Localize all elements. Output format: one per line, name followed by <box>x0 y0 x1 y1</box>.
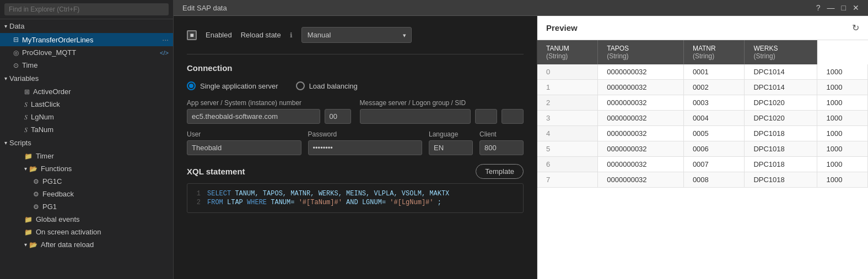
cell-matnr: DPC1020 <box>745 111 817 126</box>
sidebar-item-label: Feedback <box>42 190 74 198</box>
sidebar-item-label: On screen activation <box>36 228 101 236</box>
sidebar-item-time[interactable]: ⊙ Time <box>0 59 173 72</box>
sidebar-item-feedback[interactable]: ⚙ Feedback <box>0 188 173 200</box>
logon-group-input[interactable] <box>475 109 497 124</box>
row-index: 7 <box>537 172 598 188</box>
sidebar-item-label: LgNum <box>31 113 54 121</box>
sidebar-item-on-screen[interactable]: 📁 On screen activation <box>0 226 173 238</box>
sid-input[interactable] <box>502 109 524 124</box>
section-scripts-header[interactable]: ▾ Scripts <box>0 136 173 150</box>
table-body: 0 0000000032 0001 DPC1014 1000 1 0000000… <box>537 64 868 188</box>
col-header-matnr: MATNR (String) <box>683 40 745 64</box>
load-balancing-radio[interactable]: Load balancing <box>296 81 358 90</box>
table-row: 4 0000000032 0005 DPC1018 1000 <box>537 126 868 141</box>
folder-open-icon: 📂 <box>29 165 37 173</box>
app-server-label: App server / System (instance) number <box>187 99 351 107</box>
enabled-checkbox[interactable] <box>187 30 197 40</box>
code-text: TANUM= <box>271 199 294 206</box>
refresh-button[interactable]: ↻ <box>852 23 859 33</box>
single-server-radio[interactable]: Single application server <box>187 81 278 90</box>
gear-icon: ⚙ <box>33 203 39 211</box>
help-button[interactable]: ? <box>816 3 821 12</box>
preview-title: Preview <box>546 23 578 32</box>
client-input[interactable] <box>479 140 524 155</box>
sidebar-item-label: TaNum <box>31 125 53 134</box>
info-icon[interactable]: ℹ <box>290 31 293 39</box>
chevron-down-icon: ▾ <box>24 166 27 172</box>
maximize-button[interactable]: □ <box>842 3 846 12</box>
table-row: 3 0000000032 0004 DPC1020 1000 <box>537 111 868 126</box>
cell-werks: 1000 <box>817 157 868 172</box>
sidebar-item-my-transfer[interactable]: ⊟ MyTransferOrderLines ··· <box>0 33 173 46</box>
cell-tapos: 0001 <box>683 64 745 80</box>
code-editor[interactable]: 1 SELECT TANUM, TAPOS, MATNR, WERKS, MEI… <box>187 183 524 213</box>
sidebar-item-timer[interactable]: 📁 Timer <box>0 150 173 162</box>
reload-state-select[interactable]: Manual Automatic On demand <box>301 27 412 43</box>
more-options-icon[interactable]: ··· <box>162 35 169 44</box>
sidebar-item-last-click[interactable]: 𝑆 LastClick <box>0 98 173 111</box>
cell-tanum: 0000000032 <box>598 141 684 157</box>
xql-header: XQL statement Template <box>187 164 524 179</box>
sidebar-item-label: Timer <box>36 152 54 160</box>
section-variables-label: Variables <box>9 74 39 83</box>
message-server-input[interactable] <box>360 109 471 124</box>
cell-matnr: DPC1018 <box>745 126 817 141</box>
user-input[interactable] <box>187 140 301 155</box>
template-button[interactable]: Template <box>476 164 524 179</box>
sidebar-item-label: PG1 <box>42 203 57 211</box>
code-text: LTAP <box>227 199 247 206</box>
code-content: FROM LTAP WHERE TANUM= '#[TaNum]#' AND L… <box>207 199 523 206</box>
radio-icon <box>187 81 196 90</box>
col-header-tanum: TANUM (String) <box>537 40 598 64</box>
cell-tanum: 0000000032 <box>598 126 684 141</box>
sidebar-item-active-order[interactable]: ⊞ ActiveOrder <box>0 85 173 98</box>
sidebar-item-pg1c[interactable]: ⚙ PG1C <box>0 175 173 188</box>
close-button[interactable]: ✕ <box>853 3 859 12</box>
instance-number-input[interactable] <box>325 109 351 124</box>
credentials-row: User Password Language Client <box>187 130 524 155</box>
gear-icon: ⚙ <box>33 178 39 185</box>
row-index: 4 <box>537 126 598 141</box>
sidebar-item-functions[interactable]: ▾ 📂 Functions <box>0 162 173 175</box>
enabled-reload-row: Enabled Reload state ℹ Manual Automatic … <box>187 27 524 43</box>
keyword: FROM <box>207 199 223 206</box>
preview-table: TANUM (String) TAPOS (String) MATNR (Str… <box>537 40 868 188</box>
user-label: User <box>187 130 301 138</box>
section-data-label: Data <box>9 22 24 30</box>
row-index: 1 <box>537 80 598 95</box>
sidebar-item-label: Time <box>22 61 37 69</box>
clock-icon: ⊙ <box>13 62 19 69</box>
connection-section: Connection Single application server Loa… <box>187 63 524 155</box>
section-data-header[interactable]: ▾ Data <box>0 19 173 33</box>
cell-tanum: 0000000032 <box>598 95 684 111</box>
cell-tapos: 0005 <box>683 126 745 141</box>
content-area: Enabled Reload state ℹ Manual Automatic … <box>174 16 868 279</box>
table-header: TANUM (String) TAPOS (String) MATNR (Str… <box>537 40 868 64</box>
sidebar-item-proglove[interactable]: ◎ ProGlove_MQTT </> <box>0 46 173 59</box>
password-label: Password <box>308 130 423 138</box>
sidebar-item-label: After data reload <box>41 240 94 249</box>
search-bar[interactable] <box>0 0 173 19</box>
app-server-input[interactable] <box>187 109 320 124</box>
divider <box>187 54 524 54</box>
sidebar-item-after-data[interactable]: ▾ 📂 After data reload <box>0 238 173 251</box>
password-input[interactable] <box>308 140 423 155</box>
sidebar-item-lg-num[interactable]: 𝑆 LgNum <box>0 111 173 123</box>
window-controls: ? — □ ✕ <box>816 3 859 12</box>
radio-icon <box>296 81 305 90</box>
cell-tanum: 0000000032 <box>598 157 684 172</box>
cell-matnr: DPC1014 <box>745 80 817 95</box>
language-label: Language <box>429 130 473 138</box>
xql-section: XQL statement Template 1 SELECT TANUM, T… <box>187 164 524 213</box>
cell-matnr: DPC1014 <box>745 64 817 80</box>
search-input[interactable] <box>4 3 169 15</box>
sidebar-item-global-events[interactable]: 📁 Global events <box>0 213 173 226</box>
cell-werks: 1000 <box>817 80 868 95</box>
sidebar-item-pg1[interactable]: ⚙ PG1 <box>0 200 173 213</box>
message-server-label: Message server / Logon group / SID <box>360 99 524 107</box>
sidebar-item-ta-num[interactable]: 𝑆 TaNum <box>0 123 173 136</box>
minimize-button[interactable]: — <box>827 3 835 12</box>
sidebar-item-label: Global events <box>36 215 80 223</box>
language-input[interactable] <box>429 140 473 155</box>
section-variables-header[interactable]: ▾ Variables <box>0 72 173 85</box>
